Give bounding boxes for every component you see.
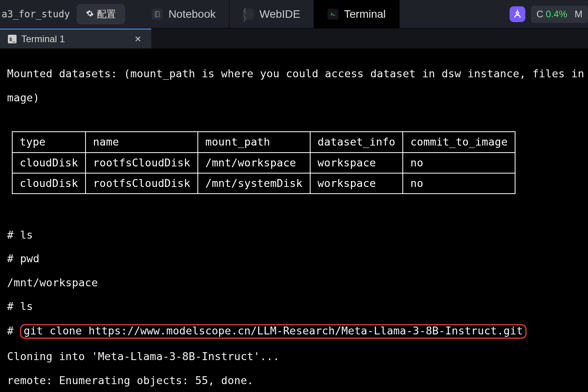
th-commit: commit_to_image <box>403 132 515 152</box>
svg-rect-2 <box>330 12 336 17</box>
cpu-percent: 0.4% <box>546 9 568 20</box>
tab-webide[interactable]: { } WebIDE <box>229 0 314 28</box>
tab-label: Terminal <box>344 8 386 21</box>
terminal-line: mage) <box>7 92 582 104</box>
terminal-line: # pwd <box>7 253 582 265</box>
svg-rect-0 <box>155 11 160 17</box>
table-row: cloudDisk rootfsCloudDisk /mnt/systemDis… <box>12 173 515 194</box>
workspace-name: a3_for_study <box>0 9 77 20</box>
mem-label: M <box>575 9 582 20</box>
terminal-line: /mnt/workspace <box>7 277 582 289</box>
terminal-line: Cloning into 'Meta-Llama-3-8B-Instruct'.… <box>7 351 582 362</box>
file-tab-title: Terminal 1 <box>21 34 65 45</box>
config-button[interactable]: 配置 <box>77 4 125 24</box>
app-logo-icon[interactable] <box>510 6 525 22</box>
cpu-label: C <box>536 9 543 20</box>
code-icon: { } <box>243 9 254 20</box>
terminal-badge-icon: $_ <box>8 35 17 43</box>
th-name: name <box>86 132 198 152</box>
tab-notebook[interactable]: Notebook <box>138 0 229 28</box>
notebook-icon <box>152 9 163 20</box>
config-label: 配置 <box>97 8 116 21</box>
tab-label: WebIDE <box>259 8 300 21</box>
highlight-annotation: git clone https://www.modelscope.cn/LLM-… <box>20 324 527 338</box>
svg-point-5 <box>517 12 518 13</box>
terminal-line: remote: Enumerating objects: 55, done. <box>7 375 582 386</box>
th-dataset-info: dataset_info <box>310 132 403 152</box>
status-area: C 0.4% M <box>510 6 588 23</box>
top-bar: a3_for_study 配置 Notebook { } WebIDE Term… <box>0 0 588 28</box>
terminal-line: Mounted datasets: (mount_path is where y… <box>7 68 582 80</box>
tab-label: Notebook <box>168 8 216 21</box>
table-row: cloudDisk rootfsCloudDisk /mnt/workspace… <box>12 153 515 173</box>
terminal-line: # ls <box>7 301 582 312</box>
mounted-datasets-table: type name mount_path dataset_info commit… <box>12 131 515 194</box>
terminal-line: # ls <box>7 229 582 241</box>
terminal-icon <box>327 9 339 20</box>
table-header-row: type name mount_path dataset_info commit… <box>12 132 515 152</box>
tab-well: $_ Terminal 1 × <box>0 28 588 49</box>
file-tab-terminal-1[interactable]: $_ Terminal 1 × <box>0 28 151 49</box>
close-icon[interactable]: × <box>132 34 143 45</box>
gear-icon <box>86 9 94 20</box>
cpu-stat: C 0.4% M <box>531 6 588 23</box>
th-type: type <box>12 132 86 152</box>
main-tabs: Notebook { } WebIDE Terminal <box>138 0 510 28</box>
th-mount-path: mount_path <box>198 132 310 152</box>
terminal-line-git-clone: # git clone https://www.modelscope.cn/LL… <box>7 324 582 338</box>
tab-terminal[interactable]: Terminal <box>314 0 400 28</box>
terminal-output[interactable]: Mounted datasets: (mount_path is where y… <box>0 49 588 392</box>
